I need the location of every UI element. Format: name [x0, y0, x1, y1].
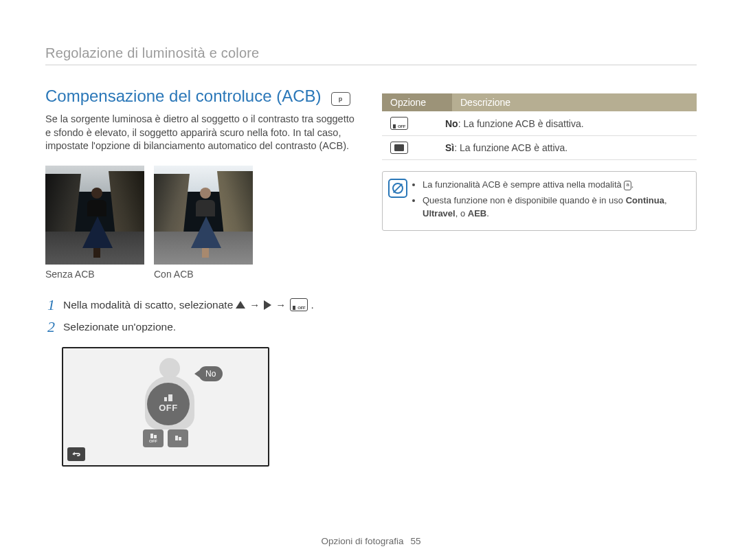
table-row: Sì: La funzione ACB è attiva.: [382, 136, 697, 160]
arrow-icon: →: [276, 299, 286, 311]
lcd-tooltip: No: [199, 366, 223, 381]
opt-no-bold: No: [445, 118, 458, 129]
opt-no-rest: : La funzione ACB è disattiva.: [458, 118, 584, 129]
step-2: 2 Selezionate un'opzione.: [45, 320, 361, 335]
step-1: 1 Nella modalità di scatto, selezionate …: [45, 298, 361, 313]
comparison-photo-row: Senza ACB Con ACB: [45, 166, 361, 280]
lcd-thumb-off-label: OFF: [149, 439, 157, 443]
th-option: Opzione: [382, 93, 452, 111]
section-title: Compensazione del controluce (ACB) p: [45, 87, 361, 106]
note-box: La funzionalità ACB è sempre attiva nell…: [382, 171, 697, 231]
step-2-text: Selezionate un'opzione.: [63, 321, 176, 333]
caption-with-acb: Con ACB: [154, 269, 253, 280]
note-line-1: La funzionalità ACB è sempre attiva nell…: [423, 179, 688, 192]
acb-on-icon: [390, 142, 408, 154]
section-body-text: Se la sorgente luminosa è dietro al sogg…: [45, 113, 358, 153]
opt-yes-bold: Sì: [445, 142, 454, 153]
lcd-selected-label: OFF: [159, 403, 178, 413]
lcd-selected-acb-off-icon[interactable]: OFF: [147, 383, 190, 425]
th-description: Descrizione: [452, 93, 697, 111]
options-table: Opzione Descrizione OFF No: La funzione …: [382, 93, 697, 160]
page-footer: Opzioni di fotografia 55: [0, 536, 742, 546]
photo-without-acb: [45, 166, 144, 265]
acb-off-icon: OFF: [290, 298, 308, 311]
nav-up-icon: [236, 301, 245, 309]
footer-page-number: 55: [410, 536, 420, 546]
step-1-suffix: .: [311, 299, 313, 311]
options-table-header: Opzione Descrizione: [382, 93, 697, 111]
note-line-2: Questa funzione non è disponibile quando…: [423, 194, 688, 221]
step-1-number: 1: [45, 298, 55, 313]
section-title-text: Compensazione del controluce (ACB): [45, 87, 322, 106]
camera-lcd-preview: No OFF OFF: [62, 347, 269, 467]
table-row: OFF No: La funzione ACB è disattiva.: [382, 111, 697, 136]
breadcrumb: Regolazione di luminosità e colore: [45, 45, 259, 61]
opt-yes-rest: : La funzione ACB è attiva.: [454, 142, 567, 153]
step-1-text: Nella modalità di scatto, selezionate: [63, 299, 233, 311]
lcd-thumb-acb-off[interactable]: OFF: [143, 429, 164, 447]
camera-mode-auto-icon: a: [624, 181, 631, 190]
caption-without-acb: Senza ACB: [45, 269, 144, 280]
lcd-back-button[interactable]: [67, 447, 85, 461]
footer-section: Opzioni di fotografia: [322, 536, 404, 546]
divider: [45, 65, 697, 65]
photo-with-acb: [154, 166, 253, 265]
nav-right-icon: [264, 300, 271, 310]
camera-mode-p-icon: p: [331, 92, 350, 106]
back-arrow-icon: [71, 450, 81, 458]
step-2-number: 2: [45, 320, 55, 335]
acb-off-icon: OFF: [390, 117, 408, 130]
note-icon: [388, 179, 407, 198]
arrow-icon: →: [249, 299, 260, 311]
lcd-thumb-acb-on[interactable]: [168, 429, 188, 447]
